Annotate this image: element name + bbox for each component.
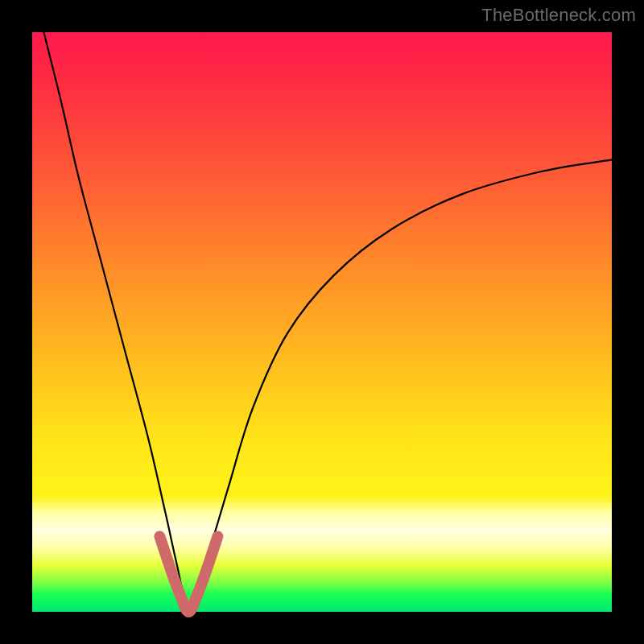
bottleneck-curve bbox=[43, 32, 612, 612]
watermark-label: TheBottleneck.com bbox=[481, 5, 636, 26]
chart-svg bbox=[32, 32, 612, 612]
min-region-highlight bbox=[159, 536, 217, 612]
chart-stage: TheBottleneck.com bbox=[0, 0, 644, 644]
